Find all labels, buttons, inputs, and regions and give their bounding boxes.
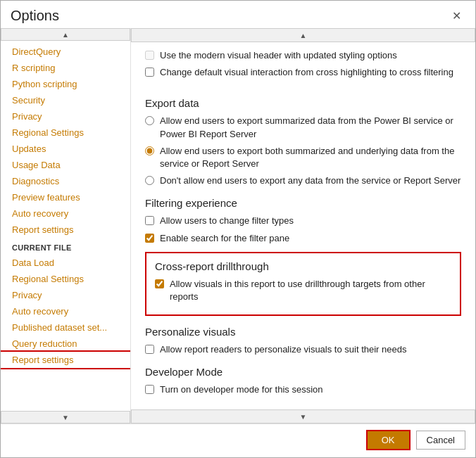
sidebar-item-regional-settings[interactable]: Regional Settings xyxy=(1,125,130,141)
radio-export-data-1[interactable] xyxy=(145,146,154,155)
option-row-export-data-2: Don't allow end users to export any data… xyxy=(145,174,461,187)
truncated-option-row: Use the modern visual header with update… xyxy=(145,49,461,62)
sidebar-item-privacy-cf[interactable]: Privacy xyxy=(1,287,130,303)
option-row-developer-mode-0: Turn on developer mode for this session xyxy=(145,383,461,396)
ok-button[interactable]: OK xyxy=(366,430,411,450)
sidebar-section-header: CURRENT FILE xyxy=(1,238,130,255)
cross-filter-checkbox[interactable] xyxy=(145,68,154,77)
drillthrough-box: Cross-report drillthroughAllow visuals i… xyxy=(145,252,461,316)
sidebar-global-items: DirectQueryR scriptingPython scriptingSe… xyxy=(1,44,130,238)
close-button[interactable]: ✕ xyxy=(448,9,465,23)
sidebar-current-file-items: Data LoadRegional SettingsPrivacyAuto re… xyxy=(1,255,130,368)
sidebar-item-auto-recovery[interactable]: Auto recovery xyxy=(1,205,130,222)
sidebar-item-updates[interactable]: Updates xyxy=(1,141,130,157)
truncated-checkbox[interactable] xyxy=(145,51,154,60)
truncated-option-text: Use the modern visual header with update… xyxy=(160,49,397,62)
option-row-personalize-visuals-0: Allow report readers to personalize visu… xyxy=(145,343,461,356)
main-scroll-up[interactable]: ▲ xyxy=(131,28,475,42)
sidebar-item-regional-settings-cf[interactable]: Regional Settings xyxy=(1,271,130,287)
sidebar-item-python-scripting[interactable]: Python scripting xyxy=(1,76,130,92)
option-text-filtering-experience-1: Enable search for the filter pane xyxy=(160,232,289,245)
sidebar-item-data-load[interactable]: Data Load xyxy=(1,255,130,271)
main-scroll-down[interactable]: ▼ xyxy=(131,409,475,424)
sidebar-item-published-dataset[interactable]: Published dataset set... xyxy=(1,319,130,336)
radio-export-data-2[interactable] xyxy=(145,176,154,185)
option-text-developer-mode-0: Turn on developer mode for this session xyxy=(160,383,322,396)
options-dialog: Options ✕ ▲ DirectQueryR scriptingPython… xyxy=(0,0,476,458)
titlebar: Options ✕ xyxy=(1,1,475,28)
sidebar-item-privacy[interactable]: Privacy xyxy=(1,108,130,125)
sidebar-scroll-up[interactable]: ▲ xyxy=(1,28,130,41)
checkbox-cross-report-drillthrough-0[interactable] xyxy=(155,279,164,288)
cross-filter-option-row: Change default visual interaction from c… xyxy=(145,66,461,79)
option-row-export-data-0: Allow end users to export summarized dat… xyxy=(145,115,461,140)
dialog-title: Options xyxy=(11,8,59,24)
option-text-export-data-2: Don't allow end users to export any data… xyxy=(160,174,461,187)
option-text-export-data-1: Allow end users to export both summarize… xyxy=(160,145,461,170)
checkbox-filtering-experience-0[interactable] xyxy=(145,216,154,225)
section-title-developer-mode: Developer Mode xyxy=(145,366,461,378)
main-sections: Export dataAllow end users to export sum… xyxy=(145,97,461,396)
cancel-button[interactable]: Cancel xyxy=(416,431,465,450)
sidebar-item-report-settings[interactable]: Report settings xyxy=(1,222,130,238)
sidebar-item-report-settings-cf[interactable]: Report settings xyxy=(1,352,130,368)
sidebar-item-diagnostics[interactable]: Diagnostics xyxy=(1,173,130,189)
checkbox-personalize-visuals-0[interactable] xyxy=(145,345,154,354)
section-title-filtering-experience: Filtering experience xyxy=(145,197,461,209)
main-scroll-area: Use the modern visual header with update… xyxy=(131,42,475,409)
sidebar-item-query-reduction[interactable]: Query reduction xyxy=(1,336,130,352)
cross-filter-option-text: Change default visual interaction from c… xyxy=(160,66,453,79)
section-title-export-data: Export data xyxy=(145,97,461,109)
main-content: ▲ Use the modern visual header with upda… xyxy=(131,28,475,424)
option-text-personalize-visuals-0: Allow report readers to personalize visu… xyxy=(160,343,406,356)
sidebar-item-directquery[interactable]: DirectQuery xyxy=(1,44,130,60)
sidebar-item-auto-recovery-cf[interactable]: Auto recovery xyxy=(1,303,130,319)
sidebar-item-usage-data[interactable]: Usage Data xyxy=(1,157,130,173)
section-title-personalize-visuals: Personalize visuals xyxy=(145,326,461,338)
sidebar-item-preview-features[interactable]: Preview features xyxy=(1,189,130,205)
checkbox-filtering-experience-1[interactable] xyxy=(145,234,154,243)
sidebar-scroll-down[interactable]: ▼ xyxy=(1,411,130,424)
option-row-filtering-experience-1: Enable search for the filter pane xyxy=(145,232,461,245)
option-row-cross-report-drillthrough-0: Allow visuals in this report to use dril… xyxy=(155,278,451,303)
option-row-export-data-1: Allow end users to export both summarize… xyxy=(145,145,461,170)
option-text-cross-report-drillthrough-0: Allow visuals in this report to use dril… xyxy=(170,278,451,303)
sidebar-item-security[interactable]: Security xyxy=(1,92,130,108)
option-text-export-data-0: Allow end users to export summarized dat… xyxy=(160,115,461,140)
checkbox-developer-mode-0[interactable] xyxy=(145,385,154,394)
sidebar: ▲ DirectQueryR scriptingPython scripting… xyxy=(1,28,131,424)
truncated-top-text: Use the modern visual header with update… xyxy=(145,42,461,87)
section-title-cross-report: Cross-report drillthrough xyxy=(155,260,451,272)
dialog-body: ▲ DirectQueryR scriptingPython scripting… xyxy=(1,28,475,424)
dialog-footer: OK Cancel xyxy=(1,424,475,457)
sidebar-scroll-area: DirectQueryR scriptingPython scriptingSe… xyxy=(1,41,130,411)
sidebar-item-rscripting[interactable]: R scripting xyxy=(1,60,130,76)
radio-export-data-0[interactable] xyxy=(145,116,154,125)
option-text-filtering-experience-0: Allow users to change filter types xyxy=(160,215,294,227)
option-row-filtering-experience-0: Allow users to change filter types xyxy=(145,215,461,227)
